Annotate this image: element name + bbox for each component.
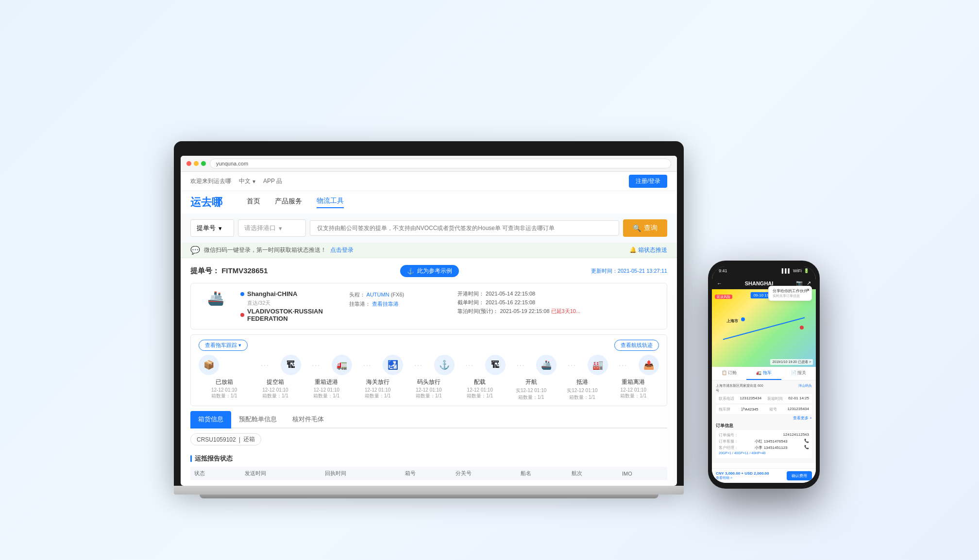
battery-icon: 🔋 [804,268,809,273]
nav-item-products[interactable]: 产品服务 [275,197,302,208]
app-badge: APP 品 [263,177,282,185]
report-col-header: 状态 [190,467,241,480]
transit-link[interactable]: 查看挂靠港 [372,301,399,307]
step-connector: ··· [608,361,639,369]
departure-row: 开港时间： 2021-05-14 22:15:08 [457,290,659,297]
order-id-label: 订单编号： [719,432,738,438]
from-dot [240,292,244,296]
manager-row: 客户经理： 小李 13451451123 📞 [719,445,809,450]
back-icon[interactable]: ← [717,280,722,286]
phone-title: SHANGHAI [745,280,774,286]
step-label: 重箱离港 [622,378,645,386]
tab-item-2[interactable]: 核对件毛体 [285,411,332,428]
phone-tab-1[interactable]: 🚛 拖车 [746,367,781,380]
step-connector: ··· [352,361,383,369]
container-tag[interactable]: CRSU1059102 | 还箱 [190,433,261,445]
phone-body: 上海市浦东新区周家渡街道 600号 洋山码头 联系电话 1231235434 装… [712,380,816,463]
order-title: 订单信息 [716,421,812,430]
box-label: 箱号 [769,407,777,412]
step-time: 12-12 01:10 [416,387,441,393]
step-time: 实12-12 01:10 [567,387,597,394]
port-select[interactable]: 请选择港口 ▾ [238,219,306,237]
truck-track-button[interactable]: 查看拖车跟踪 ▾ [199,340,248,351]
confirm-fee-button[interactable]: 确认费用 [787,471,812,480]
search-input[interactable] [310,220,619,236]
step-count: 箱数量：1/1 [365,393,391,399]
voyage-info: 头程： AUTUMN (FX6) 挂靠港： 查看挂靠港 [349,290,450,308]
step-time: 12-12 01:10 [467,387,493,393]
phone-tab-0[interactable]: 📋 订舱 [712,367,746,380]
chevron-down-icon: ▾ [219,225,222,232]
report-col-header: 航次 [568,467,618,480]
order-id-row: 订单编号： 124124112543 [719,432,809,438]
step-circle: 📦 [199,355,219,375]
wechat-icon: 💬 [190,246,200,255]
nav-item-tools[interactable]: 物流工具 [317,197,344,208]
customer-value: 小红 13451476543 [755,439,787,444]
step-count: 箱数量：1/1 [313,393,339,399]
wechat-left: 💬 微信扫码一键登录，第一时间获取箱状态推送！ 点击登录 [190,246,354,255]
phone-order-info: 订单编号： 124124112543 订单客服： 小红 13451476543 … [716,430,812,458]
steps-container: 📦已放箱12-12 01:10箱数量：1/1···🏗提空箱12-12 01:10… [199,355,659,401]
report-col-header: IMO [618,467,667,480]
signal-icon: ▌▌▌ [782,268,791,273]
ship-icon-area: 🚢 [199,290,233,306]
wechat-login-link[interactable]: 点击登录 [330,246,354,254]
step-label: 开航 [525,378,537,386]
search-icon: 🔍 [633,224,641,232]
wechat-banner: 💬 微信扫码一键登录，第一时间获取箱状态推送！ 点击登录 🔔 箱状态推送 [181,243,677,258]
ship-icon: 🚢 [199,290,233,306]
bill-type-select[interactable]: 提单号 ▾ [190,219,234,237]
step-connector: ··· [250,361,280,369]
bell-icon: 🔔 [629,247,638,253]
step-item: ···🚢开航实12-12 01:10箱数量：1/1 [506,355,557,401]
top-bar: 欢迎来到运去哪 中文 ▾ APP 品 注册/登录 [181,172,677,191]
spec-value: 20GP×1 / 40GP×11 / 40HP×40 [719,451,766,455]
laptop-notch [409,148,448,153]
phone-icon[interactable]: 📞 [804,439,809,444]
phone: 9:41 ▌▌▌ WiFi 🔋 ← SHANGHAI 📷 ↗ 分享给你的工作伙伴 [708,261,820,489]
step-connector: ··· [506,361,536,369]
step-count: 箱数量：1/1 [569,394,595,401]
query-button[interactable]: 🔍 查询 [623,219,667,237]
step-label: 提空箱 [267,378,284,386]
dot-maximize[interactable] [201,161,206,166]
order-id-value: 124124112543 [783,432,809,438]
browser-url[interactable]: yunquna.com [210,159,671,168]
dot-close[interactable] [186,161,191,166]
step-icon-row: ···🏗 [455,355,506,375]
step-circle: 📤 [639,355,659,375]
laptop-base [174,486,684,494]
tab-item-1[interactable]: 预配舱单信息 [231,411,285,428]
step-time: 12-12 01:10 [211,387,237,393]
more-link[interactable]: 查看更多 + [793,416,812,420]
lang-selector[interactable]: 中文 ▾ [239,177,255,185]
nav-bar: 运去哪 首页 产品服务 物流工具 [181,191,677,214]
phone-icon-2[interactable]: 📞 [804,445,809,450]
browser-dots [186,161,206,166]
step-connector: ··· [557,361,587,369]
dot-minimize[interactable] [194,161,199,166]
voyage-link[interactable]: AUTUMN [367,292,389,297]
tracking-section: 查看拖车跟踪 ▾ 查看航线轨迹 📦已放箱12-12 01:10箱数量：1/1··… [190,334,667,406]
address-row: 上海市浦东新区周家渡街道 600号 洋山码头 [716,383,812,393]
tab-item-0[interactable]: 箱货信息 [190,411,231,428]
share-tooltip: 分享给你的工作伙伴 实时共享订单信息 × [768,286,812,301]
truck-value: 沪A42345 [741,407,759,412]
main-content: 提单号： FITMV328651 ⚓ 此为参考示例 更新时间：2021-05-2… [181,258,677,486]
cutoff-row: 截单时间： 2021-05-16 22:15:08 [457,299,659,306]
step-icon-row: ···🚛 [301,355,352,375]
phone-signal-area: ▌▌▌ WiFi 🔋 [782,268,809,273]
ship-track-button[interactable]: 查看航线轨迹 [614,340,659,351]
laptop-foot [200,494,658,498]
pack-time-label: 装箱时间 [767,396,783,401]
site-logo: 运去哪 [190,195,222,210]
phone-tab-2[interactable]: 📄 报关 [781,367,816,380]
tel-value: 1231235434 [740,396,762,401]
nav-item-home[interactable]: 首页 [247,197,260,208]
box-push-link[interactable]: 🔔 箱状态推送 [629,246,667,254]
register-login-button[interactable]: 注册/登录 [629,175,667,188]
tooltip-close-button[interactable]: × [807,287,810,293]
see-detail-link[interactable]: 查看明细 > [716,476,769,480]
bill-header: 提单号： FITMV328651 ⚓ 此为参考示例 更新时间：2021-05-2… [190,265,667,277]
